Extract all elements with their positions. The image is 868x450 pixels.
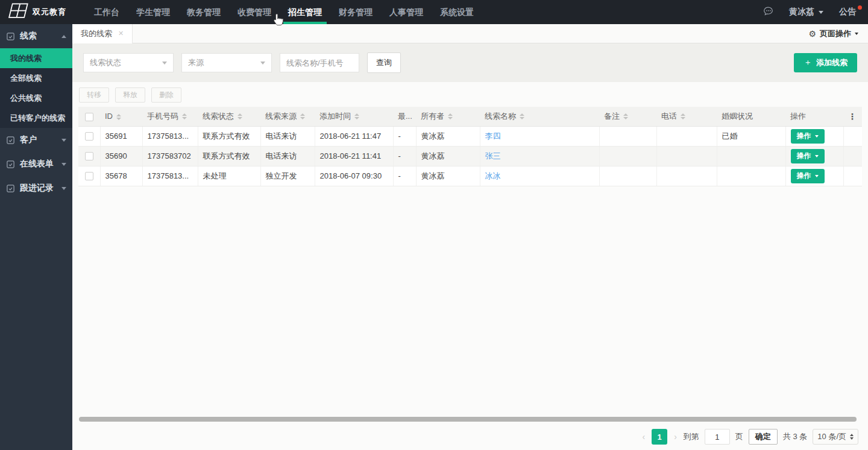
scrollbar-thumb[interactable]	[79, 417, 857, 422]
sort-icon[interactable]	[623, 113, 628, 119]
row-checkbox[interactable]	[85, 172, 93, 180]
total-count: 共 3 条	[783, 431, 807, 442]
column-settings-icon[interactable]: ⋮	[848, 112, 857, 121]
sidebar-group-label: 在线表单	[20, 159, 54, 170]
lead-name-link[interactable]: 冰冰	[485, 171, 501, 180]
keyword-input[interactable]	[280, 53, 359, 72]
cell-status: 未处理	[198, 166, 260, 186]
cell-last: -	[393, 146, 416, 166]
plus-icon: ＋	[804, 57, 812, 68]
goto-page-input[interactable]	[705, 429, 730, 445]
expand-arrow-icon	[61, 35, 66, 38]
sidebar-group-header[interactable]: 在线表单	[0, 152, 72, 176]
sidebar-group-header[interactable]: 跟进记录	[0, 176, 72, 200]
column-header[interactable]: ID	[100, 107, 142, 126]
sort-icon[interactable]	[448, 113, 453, 119]
add-lead-button[interactable]: ＋ 添加线索	[794, 53, 857, 72]
topbar-right: 黄冰荔 公告	[763, 6, 868, 18]
column-header[interactable]: 线索名称	[480, 107, 599, 126]
column-header[interactable]: 手机号码	[142, 107, 198, 126]
column-header[interactable]: 线索状态	[198, 107, 260, 126]
table-row: 35691 17375813... 联系方式有效 电话来访 2018-06-21…	[78, 126, 862, 146]
prev-page-icon[interactable]: ‹	[641, 432, 647, 442]
sidebar-group-label: 线索	[20, 31, 37, 42]
column-header[interactable]: 电话	[656, 107, 717, 126]
confirm-page-button[interactable]: 确定	[749, 429, 778, 445]
source-select[interactable]: 来源	[181, 53, 272, 72]
row-action-button[interactable]: 操作	[791, 149, 825, 163]
sidebar-item[interactable]: 公共线索	[0, 88, 72, 108]
bulk-action-button[interactable]: 转移	[79, 87, 109, 103]
column-header[interactable]: 备注	[599, 107, 656, 126]
row-checkbox[interactable]	[85, 132, 93, 141]
search-button[interactable]: 查询	[367, 52, 401, 73]
user-name: 黄冰荔	[789, 7, 814, 17]
sidebar-item[interactable]: 我的线索	[0, 48, 72, 68]
row-checkbox[interactable]	[85, 152, 93, 160]
column-header[interactable]: 最...	[393, 107, 416, 126]
tab-my-leads[interactable]: 我的线索 ✕	[72, 24, 133, 43]
row-action-button[interactable]: 操作	[791, 169, 825, 183]
row-action-button[interactable]: 操作	[791, 129, 825, 144]
next-page-icon[interactable]: ›	[673, 432, 678, 442]
chevron-down-icon	[819, 11, 823, 14]
section-icon	[6, 32, 15, 41]
sidebar-item[interactable]: 已转客户的线索	[0, 108, 72, 128]
column-header[interactable]: 线索来源	[260, 107, 315, 126]
sort-icon[interactable]	[681, 113, 685, 119]
cell-tel	[656, 146, 717, 166]
nav-item[interactable]: 系统设置	[432, 0, 482, 24]
sidebar: 线索 我的线索 全部线索 公共线索 已转客户的线索	[0, 24, 72, 450]
message-icon[interactable]	[763, 6, 773, 18]
lead-status-select[interactable]: 线索状态	[83, 53, 174, 72]
sort-icon[interactable]	[116, 114, 121, 120]
cell-last: -	[393, 166, 416, 186]
page-actions-menu[interactable]: ⚙ 页面操作	[808, 28, 868, 39]
lead-name-link[interactable]: 李四	[485, 132, 501, 141]
expand-arrow-icon	[61, 163, 66, 166]
bulk-action-button[interactable]: 删除	[151, 87, 181, 103]
cell-marital	[717, 166, 785, 186]
sort-icon[interactable]	[237, 113, 242, 119]
sort-icon[interactable]	[182, 113, 187, 119]
sort-icon[interactable]	[520, 113, 524, 119]
select-all-checkbox[interactable]	[85, 113, 93, 121]
nav-item[interactable]: 招生管理	[280, 0, 330, 24]
horizontal-scrollbar	[79, 417, 857, 422]
sidebar-item[interactable]: 全部线索	[0, 68, 72, 88]
cell-source: 电话来访	[260, 126, 315, 146]
current-page-button[interactable]: 1	[652, 429, 667, 445]
sidebar-group-header[interactable]: 客户	[0, 128, 72, 152]
nav-item[interactable]: 学生管理	[128, 0, 178, 24]
sidebar-group-header[interactable]: 线索	[0, 24, 72, 48]
lead-name-link[interactable]: 张三	[485, 151, 501, 160]
column-header[interactable]: 所有者	[416, 107, 480, 126]
bulk-action-button[interactable]: 释放	[115, 87, 145, 103]
expand-arrow-icon	[61, 139, 66, 142]
sort-icon[interactable]	[354, 113, 359, 119]
column-header[interactable]: 婚姻状况	[717, 107, 785, 126]
sidebar-sublist: 我的线索 全部线索 公共线索 已转客户的线索	[0, 48, 72, 128]
content-area: 我的线索 ✕ ⚙ 页面操作 线索状态 来源 查询	[72, 24, 868, 450]
main-nav: 工作台 学生管理 教务管理 收费管理 招生管理 财务管理 人事管理 系统设置	[86, 0, 482, 24]
nav-item[interactable]: 工作台	[86, 0, 128, 24]
cell-phone: 17375813...	[142, 126, 198, 146]
chevron-down-icon	[815, 135, 819, 138]
nav-item[interactable]: 人事管理	[381, 0, 432, 24]
nav-item[interactable]: 财务管理	[330, 0, 381, 24]
nav-item[interactable]: 教务管理	[178, 0, 229, 24]
nav-item[interactable]: 收费管理	[229, 0, 280, 24]
cell-added-time: 2018-06-21 11:41	[315, 146, 393, 166]
chevron-down-icon	[815, 155, 819, 157]
sort-icon[interactable]	[300, 113, 305, 119]
column-header[interactable]: 添加时间	[315, 107, 393, 126]
chevron-down-icon	[815, 175, 819, 177]
page-size-select[interactable]: 10 条/页	[813, 429, 858, 445]
user-menu[interactable]: 黄冰荔	[789, 7, 823, 17]
column-header[interactable]: 操作	[785, 107, 843, 126]
brand-logo-icon	[5, 2, 29, 22]
close-icon[interactable]: ✕	[118, 30, 124, 37]
cell-remark	[599, 146, 656, 166]
brand-name: 双元教育	[33, 7, 66, 17]
announcement-link[interactable]: 公告	[839, 7, 856, 17]
